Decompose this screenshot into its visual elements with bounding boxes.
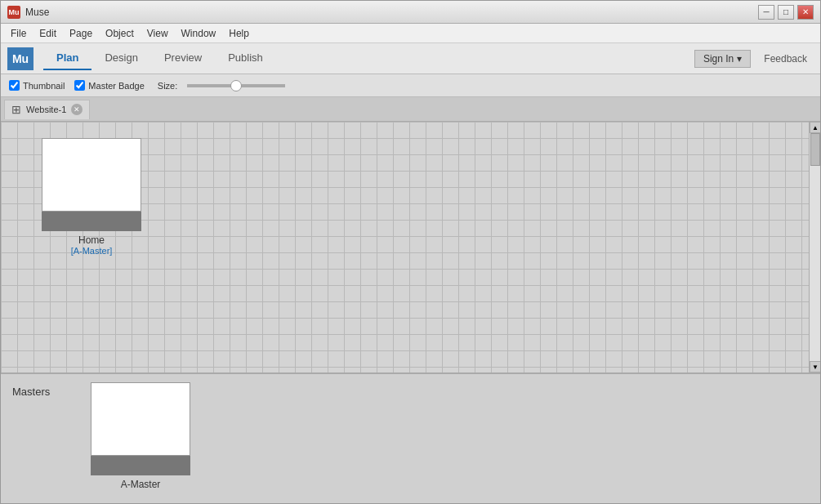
menu-file[interactable]: File	[4, 26, 33, 41]
scroll-down-button[interactable]: ▼	[810, 361, 820, 372]
size-slider-container	[187, 84, 285, 87]
home-page-card-footer	[42, 212, 141, 231]
menu-bar: File Edit Page Object View Window Help	[1, 24, 820, 43]
toolbar: Mu Plan Design Preview Publish Sign In ▾…	[1, 43, 820, 74]
thumbnail-label: Thumbnail	[23, 81, 65, 91]
minimize-button[interactable]: ─	[758, 5, 774, 20]
master-badge-label: Master Badge	[88, 81, 144, 91]
maximize-button[interactable]: □	[778, 5, 794, 20]
menu-window[interactable]: Window	[175, 26, 223, 41]
tab-design[interactable]: Design	[91, 47, 150, 70]
vertical-scrollbar[interactable]: ▲ ▼	[809, 122, 820, 372]
thumbnail-checkbox[interactable]	[9, 80, 20, 91]
site-tab-label: Website-1	[26, 105, 66, 114]
masters-section: Masters A-Master	[1, 372, 820, 503]
sign-in-button[interactable]: Sign In ▾	[694, 50, 751, 68]
site-icon: ⊞	[11, 103, 21, 116]
options-bar: Thumbnail Master Badge Size:	[1, 74, 820, 97]
window-controls: ─ □ ✕	[758, 5, 814, 20]
sign-in-arrow: ▾	[737, 53, 742, 65]
tab-preview[interactable]: Preview	[151, 47, 215, 70]
app-title: Muse	[25, 7, 758, 18]
menu-object[interactable]: Object	[99, 26, 141, 41]
menu-help[interactable]: Help	[222, 26, 256, 41]
main-content: Home [A-Master] ▲ ▼ Masters A-Master	[1, 122, 820, 503]
toolbar-right: Sign In ▾ Feedback	[694, 50, 814, 68]
menu-page[interactable]: Page	[63, 26, 99, 41]
title-bar: Mu Muse ─ □ ✕	[1, 1, 820, 24]
plan-area: Home [A-Master] ▲ ▼	[1, 122, 820, 372]
size-slider[interactable]	[187, 84, 285, 87]
tab-publish[interactable]: Publish	[215, 47, 276, 70]
size-label: Size:	[158, 81, 177, 91]
logo-box: Mu	[7, 47, 33, 70]
scroll-thumb[interactable]	[810, 133, 820, 166]
home-page-thumbnail[interactable]: Home [A-Master]	[42, 138, 141, 256]
app-icon-text: Mu	[9, 8, 20, 16]
a-master-label: A-Master	[121, 479, 161, 490]
nav-tabs: Plan Design Preview Publish	[43, 47, 276, 70]
sign-in-label: Sign In	[703, 53, 734, 65]
home-page-label: Home	[78, 234, 105, 246]
menu-edit[interactable]: Edit	[33, 26, 63, 41]
a-master-card-footer	[91, 456, 190, 475]
home-page-card[interactable]	[42, 138, 141, 212]
masters-label: Masters	[12, 386, 50, 398]
thumbnail-checkbox-label[interactable]: Thumbnail	[9, 80, 65, 91]
scroll-track[interactable]	[810, 133, 820, 361]
tab-close-button[interactable]: ✕	[71, 104, 83, 115]
scroll-up-button[interactable]: ▲	[810, 122, 820, 133]
home-page-master: [A-Master]	[71, 246, 113, 256]
tab-plan[interactable]: Plan	[43, 47, 91, 70]
tab-bar: ⊞ Website-1 ✕	[1, 97, 820, 122]
a-master-card[interactable]	[91, 382, 190, 456]
master-badge-checkbox-label[interactable]: Master Badge	[74, 80, 144, 91]
app-icon: Mu	[7, 6, 20, 19]
feedback-button[interactable]: Feedback	[757, 51, 814, 67]
logo-text: Mu	[12, 52, 29, 65]
master-badge-checkbox[interactable]	[74, 80, 85, 91]
app-window: Mu Muse ─ □ ✕ File Edit Page Object View…	[0, 0, 821, 504]
a-master-thumbnail[interactable]: A-Master	[91, 382, 190, 490]
menu-view[interactable]: View	[141, 26, 175, 41]
website-tab[interactable]: ⊞ Website-1 ✕	[4, 100, 90, 119]
close-button[interactable]: ✕	[797, 5, 814, 20]
